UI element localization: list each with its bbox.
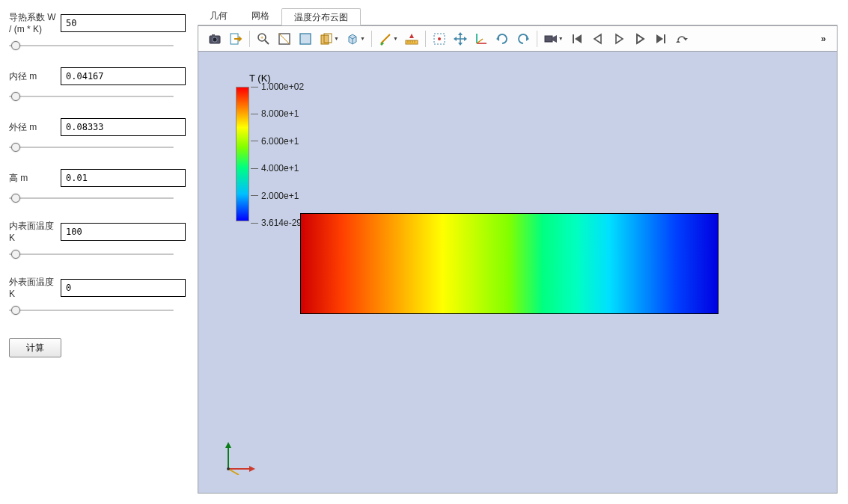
rotate-ccw-icon[interactable] bbox=[513, 28, 534, 49]
svg-rect-11 bbox=[406, 40, 418, 44]
right-panel: 几何网格温度分布云图 +▼▼▼▼» T (K) 1.000e+028.000e+… bbox=[195, 0, 848, 504]
svg-rect-9 bbox=[321, 35, 329, 44]
ruler-icon[interactable] bbox=[401, 28, 422, 49]
step-prev-icon[interactable] bbox=[588, 28, 608, 49]
loop-icon[interactable] bbox=[671, 28, 692, 49]
svg-line-5 bbox=[265, 40, 269, 44]
svg-rect-0 bbox=[210, 36, 220, 43]
legend-tick: 6.000e+1 bbox=[251, 136, 299, 147]
param-label: 外表面温度 K bbox=[9, 276, 61, 299]
zoom-all-icon[interactable]: + bbox=[253, 28, 274, 49]
svg-marker-37 bbox=[656, 34, 663, 43]
legend-tick-label: 8.000e+1 bbox=[261, 108, 299, 119]
param-slider[interactable] bbox=[9, 90, 174, 103]
svg-point-4 bbox=[258, 34, 266, 41]
param-slider[interactable] bbox=[9, 39, 174, 52]
legend-tick-label: 2.000e+1 bbox=[261, 191, 299, 201]
legend-tick: 4.000e+1 bbox=[251, 163, 299, 173]
toolbar-separator bbox=[371, 31, 372, 47]
toolbar-separator bbox=[249, 31, 250, 47]
param-label: 外径 m bbox=[9, 121, 61, 134]
viewer-toolbar: +▼▼▼▼» bbox=[198, 26, 837, 52]
svg-marker-26 bbox=[496, 37, 499, 41]
param-input[interactable] bbox=[61, 118, 186, 136]
legend-tick: 2.000e+1 bbox=[251, 191, 299, 201]
legend-tick: 3.614e-29 bbox=[251, 218, 302, 228]
param-label: 内径 m bbox=[9, 70, 61, 83]
legend-tick-label: 4.000e+1 bbox=[261, 163, 299, 173]
legend-tick: 1.000e+02 bbox=[251, 82, 304, 92]
svg-marker-20 bbox=[458, 43, 463, 46]
svg-line-45 bbox=[228, 469, 239, 475]
tab-bar: 几何网格温度分布云图 bbox=[198, 7, 838, 25]
play-icon[interactable] bbox=[608, 28, 629, 49]
rotate-cw-icon[interactable] bbox=[492, 28, 513, 49]
param-slider[interactable] bbox=[9, 248, 174, 261]
axes-icon[interactable] bbox=[471, 28, 492, 49]
param-input[interactable] bbox=[61, 67, 186, 85]
temperature-contour bbox=[300, 213, 719, 314]
legend-colorbar bbox=[236, 87, 249, 221]
chevron-down-icon[interactable]: ▼ bbox=[558, 36, 564, 41]
skip-last-icon[interactable] bbox=[650, 28, 671, 49]
param-slider[interactable] bbox=[9, 141, 174, 154]
orientation-triad bbox=[222, 440, 257, 475]
svg-line-25 bbox=[477, 39, 483, 43]
svg-marker-27 bbox=[526, 37, 529, 41]
tab-2[interactable]: 温度分布云图 bbox=[281, 8, 361, 25]
legend-tick-label: 6.000e+1 bbox=[261, 136, 299, 147]
calculate-button[interactable]: 计算 bbox=[9, 338, 61, 357]
tab-1[interactable]: 网格 bbox=[240, 7, 281, 25]
skip-first-icon[interactable] bbox=[567, 28, 588, 49]
svg-rect-30 bbox=[573, 34, 574, 43]
viewer-canvas[interactable]: T (K) 1.000e+028.000e+16.000e+14.000e+12… bbox=[198, 52, 837, 493]
svg-rect-7 bbox=[279, 34, 290, 44]
select-icon[interactable] bbox=[429, 28, 450, 49]
svg-marker-29 bbox=[552, 35, 557, 43]
svg-rect-3 bbox=[231, 34, 238, 44]
param-label: 高 m bbox=[9, 172, 61, 185]
move-icon[interactable] bbox=[450, 28, 471, 49]
param-input[interactable] bbox=[61, 279, 186, 297]
export-icon[interactable] bbox=[225, 28, 246, 49]
svg-marker-21 bbox=[454, 37, 457, 41]
svg-rect-10 bbox=[324, 34, 332, 43]
param-input[interactable] bbox=[61, 223, 186, 241]
svg-marker-22 bbox=[464, 37, 467, 41]
step-next-icon[interactable] bbox=[629, 28, 650, 49]
svg-marker-31 bbox=[575, 34, 582, 43]
svg-marker-40 bbox=[676, 40, 680, 43]
param-input[interactable] bbox=[61, 169, 186, 187]
svg-marker-34 bbox=[637, 34, 644, 43]
svg-marker-36 bbox=[637, 34, 644, 43]
svg-marker-44 bbox=[249, 466, 255, 472]
param-slider[interactable] bbox=[9, 304, 174, 317]
svg-rect-28 bbox=[545, 36, 552, 42]
svg-point-1 bbox=[213, 37, 217, 41]
param-input[interactable] bbox=[61, 14, 186, 32]
param-slider[interactable] bbox=[9, 191, 174, 205]
legend-tick-label: 3.614e-29 bbox=[261, 218, 302, 228]
param-label: 导热系数 W / (m * K) bbox=[9, 11, 61, 34]
svg-marker-32 bbox=[594, 34, 601, 43]
chevron-down-icon[interactable]: ▼ bbox=[360, 36, 365, 41]
svg-rect-2 bbox=[212, 34, 215, 37]
legend-tick: 8.000e+1 bbox=[251, 108, 299, 119]
parameters-panel: 导热系数 W / (m * K)内径 m外径 m高 m内表面温度 K外表面温度 … bbox=[0, 0, 195, 504]
svg-rect-8 bbox=[300, 34, 311, 44]
param-label: 内表面温度 K bbox=[9, 220, 61, 243]
chevron-down-icon[interactable]: ▼ bbox=[393, 36, 398, 41]
svg-text:+: + bbox=[260, 35, 263, 40]
svg-rect-17 bbox=[434, 34, 445, 44]
svg-point-18 bbox=[438, 37, 441, 40]
chevron-down-icon[interactable]: ▼ bbox=[334, 36, 339, 41]
zoom-box-icon[interactable] bbox=[295, 28, 316, 49]
camera-icon[interactable] bbox=[204, 28, 225, 49]
unit-box-icon[interactable] bbox=[274, 28, 295, 49]
svg-marker-42 bbox=[225, 442, 231, 448]
svg-rect-38 bbox=[664, 34, 665, 43]
toolbar-separator bbox=[537, 31, 537, 47]
tab-0[interactable]: 几何 bbox=[198, 7, 240, 25]
toolbar-overflow[interactable]: » bbox=[816, 34, 831, 44]
legend-tick-label: 1.000e+02 bbox=[261, 82, 304, 92]
